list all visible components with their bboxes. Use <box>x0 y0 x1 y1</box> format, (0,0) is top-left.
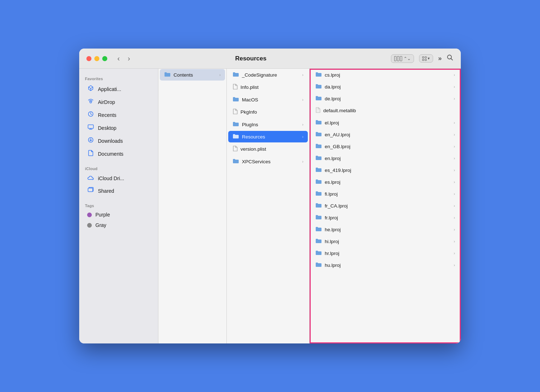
downloads-label: Downloads <box>98 138 123 144</box>
tags-label: Tags <box>79 201 158 209</box>
fullscreen-button[interactable] <box>102 56 107 61</box>
item-fi-lproj[interactable]: fi.lproj › <box>311 188 459 200</box>
item-el-lproj[interactable]: el.lproj › <box>311 117 459 128</box>
cs-lproj-icon <box>315 72 322 78</box>
sidebar-item-gray[interactable]: Gray <box>81 220 156 230</box>
codesignature-icon <box>233 72 239 78</box>
es-lproj-chevron: › <box>454 180 455 184</box>
sidebar-item-airdrop[interactable]: AirDrop <box>81 96 156 108</box>
xpcservices-icon <box>233 158 239 165</box>
contents-label: Contents <box>174 72 216 78</box>
item-contents[interactable]: Contents › <box>160 69 225 81</box>
window-title: Resources <box>114 55 387 62</box>
macos-chevron: › <box>302 97 303 102</box>
item-plugins[interactable]: PlugIns › <box>228 119 308 130</box>
hi-lproj-icon <box>315 238 322 245</box>
en-gb-lproj-icon <box>315 143 322 150</box>
resources-label: Resources <box>242 134 299 140</box>
column-view-button[interactable]: ⌃⌄ <box>391 54 414 63</box>
columns-area: Contents › _CodeSignature › Info <box>158 69 461 343</box>
item-cs-lproj[interactable]: cs.lproj › <box>311 69 459 81</box>
shared-icon <box>87 187 94 195</box>
default-metallib-icon <box>315 107 320 114</box>
search-icon <box>446 54 454 61</box>
item-default-metallib[interactable]: default.metallib <box>311 105 459 117</box>
item-xpcservices[interactable]: XPCServices › <box>228 156 308 167</box>
icloud-drive-icon <box>87 175 94 182</box>
macos-label: MacOS <box>242 97 299 102</box>
he-lproj-icon <box>315 226 322 233</box>
en-gb-lproj-chevron: › <box>454 144 455 149</box>
sidebar-item-documents[interactable]: Documents <box>81 147 156 160</box>
item-hr-lproj[interactable]: hr.lproj › <box>311 247 459 259</box>
more-button[interactable]: » <box>438 55 441 62</box>
sidebar-item-desktop[interactable]: Desktop <box>81 122 156 134</box>
item-macos[interactable]: MacOS › <box>228 94 308 105</box>
item-fr-lproj[interactable]: fr.lproj › <box>311 212 459 223</box>
en-lproj-label: en.lproj <box>325 156 451 161</box>
icloud-drive-label: iCloud Dri... <box>98 176 124 181</box>
sidebar-item-downloads[interactable]: Downloads <box>81 135 156 147</box>
search-button[interactable] <box>446 54 454 63</box>
cs-lproj-chevron: › <box>454 73 455 77</box>
cs-lproj-label: cs.lproj <box>325 72 451 78</box>
favorites-label: Favorites <box>79 74 158 82</box>
grid-view-button[interactable]: ▾ <box>419 54 433 63</box>
airdrop-icon <box>87 98 94 106</box>
close-button[interactable] <box>86 56 91 61</box>
item-es-lproj[interactable]: es.lproj › <box>311 176 459 188</box>
he-lproj-label: he.lproj <box>325 227 451 232</box>
hr-lproj-chevron: › <box>454 251 455 255</box>
item-codesignature[interactable]: _CodeSignature › <box>228 69 308 81</box>
item-da-lproj[interactable]: da.lproj › <box>311 81 459 92</box>
item-hu-lproj[interactable]: hu.lproj › <box>311 259 459 271</box>
item-hi-lproj[interactable]: hi.lproj › <box>311 236 459 247</box>
info-plist-label: Info.plist <box>240 85 303 90</box>
item-es419-lproj[interactable]: es_419.lproj › <box>311 164 459 176</box>
de-lproj-label: de.lproj <box>325 96 451 101</box>
fr-lproj-chevron: › <box>454 215 455 220</box>
info-plist-icon <box>233 84 238 91</box>
downloads-icon <box>87 137 94 145</box>
fi-lproj-chevron: › <box>454 192 455 196</box>
item-en-lproj[interactable]: en.lproj › <box>311 152 459 164</box>
fr-lproj-icon <box>315 214 322 221</box>
es-lproj-icon <box>315 179 322 185</box>
en-gb-lproj-label: en_GB.lproj <box>325 144 451 149</box>
applications-label: Applicati... <box>98 86 121 92</box>
el-lproj-label: el.lproj <box>325 120 451 126</box>
hi-lproj-label: hi.lproj <box>325 239 451 244</box>
hu-lproj-icon <box>315 262 322 268</box>
item-info-plist[interactable]: Info.plist <box>228 81 308 93</box>
item-fr-ca-lproj[interactable]: fr_CA.lproj › <box>311 200 459 211</box>
item-en-gb-lproj[interactable]: en_GB.lproj › <box>311 141 459 152</box>
item-resources[interactable]: Resources › <box>228 131 308 142</box>
fr-ca-lproj-chevron: › <box>454 204 455 208</box>
item-pkginfo[interactable]: PkgInfo <box>228 106 308 118</box>
item-en-au-lproj[interactable]: en_AU.lproj › <box>311 129 459 140</box>
item-he-lproj[interactable]: he.lproj › <box>311 224 459 235</box>
da-lproj-label: da.lproj <box>325 84 451 90</box>
sidebar-item-applications[interactable]: Applicati... <box>81 83 156 95</box>
toolbar-right: ⌃⌄ ▾ » <box>391 54 454 63</box>
desktop-label: Desktop <box>98 125 116 131</box>
item-version-plist[interactable]: version.plist <box>228 143 308 155</box>
applications-icon <box>87 85 94 93</box>
documents-label: Documents <box>98 151 123 157</box>
codesignature-chevron: › <box>302 73 303 77</box>
svg-rect-10 <box>88 188 93 192</box>
sidebar-item-recents[interactable]: Recents <box>81 109 156 121</box>
es419-lproj-chevron: › <box>454 168 455 172</box>
xpcservices-label: XPCServices <box>242 159 299 164</box>
contents-folder-icon <box>164 72 171 78</box>
sidebar-item-shared[interactable]: Shared <box>81 184 156 197</box>
item-de-lproj[interactable]: de.lproj › <box>311 93 459 104</box>
sidebar-item-purple[interactable]: Purple <box>81 210 156 220</box>
de-lproj-chevron: › <box>454 96 455 101</box>
sidebar-item-icloud-drive[interactable]: iCloud Dri... <box>81 173 156 184</box>
icloud-label: iCloud <box>79 164 158 172</box>
hu-lproj-label: hu.lproj <box>325 263 451 268</box>
minimize-button[interactable] <box>94 56 99 61</box>
documents-icon <box>87 150 94 158</box>
hr-lproj-icon <box>315 250 322 256</box>
